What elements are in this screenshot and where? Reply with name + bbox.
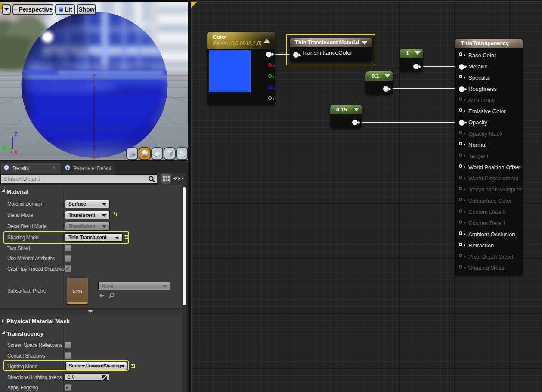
svg-text:X: X: [14, 149, 18, 155]
svg-text:Z: Z: [14, 131, 18, 137]
